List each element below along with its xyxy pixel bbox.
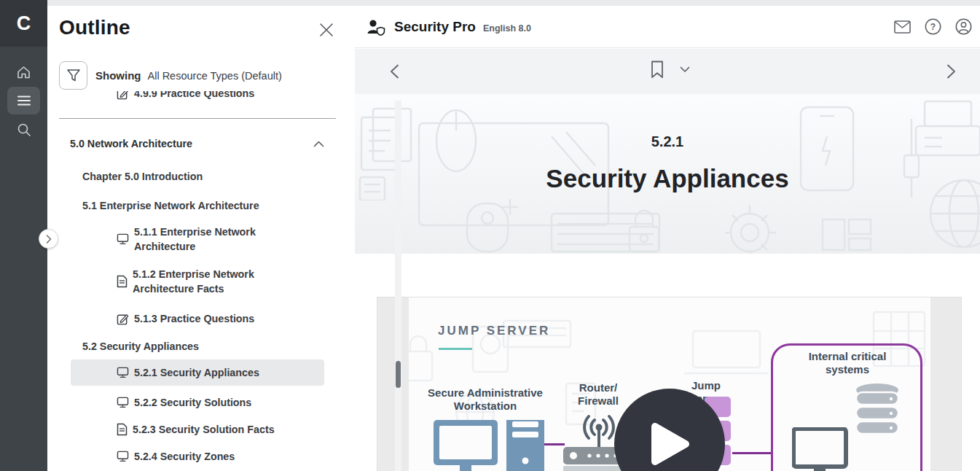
bookmark-controls: [651, 61, 690, 79]
outline-close-button[interactable]: [318, 22, 334, 38]
outline-item-label: 5.1.1 Enterprise Network Architecture: [134, 225, 293, 254]
connector-line: [732, 452, 771, 454]
search-icon: [17, 122, 31, 137]
course-header: Security Pro English 8.0 ?: [355, 6, 980, 48]
practice-questions-icon: [117, 313, 129, 325]
home-button[interactable]: [7, 58, 40, 86]
outline-divider: [59, 118, 336, 119]
outline-item-5-1-1[interactable]: 5.1.1 Enterprise Network Architecture: [71, 223, 324, 255]
search-button[interactable]: [7, 116, 40, 144]
video-lesson-icon: [117, 397, 129, 408]
outline-scrollbar-thumb[interactable]: [396, 361, 401, 388]
outline-item-clipped[interactable]: 4.9.9 Practice Questions: [71, 91, 346, 106]
home-icon: [16, 65, 31, 80]
menu-icon: [17, 96, 31, 106]
video-lesson-icon: [117, 451, 129, 462]
lesson-title: Security Appliances: [355, 164, 980, 193]
main-content: Security Pro English 8.0 ?: [355, 0, 980, 471]
outline-item-label: 4.9.9 Practice Questions: [134, 91, 254, 99]
video-lesson-icon: [117, 367, 129, 378]
chevron-right-icon: [946, 64, 956, 79]
next-lesson-button[interactable]: [946, 64, 956, 79]
outline-menu-button[interactable]: [7, 87, 40, 114]
ghost-lock-icon: [409, 332, 435, 386]
outline-subsection-label: 5.2 Security Appliances: [82, 340, 199, 352]
outline-item-label: 5.2.2 Security Solutions: [134, 395, 251, 410]
outline-item-5-2-3[interactable]: 5.2.3 Security Solution Facts: [71, 419, 324, 440]
mail-icon[interactable]: [894, 20, 911, 34]
outline-item-label: 5.2.1 Security Appliances: [134, 365, 259, 380]
account-icon[interactable]: [955, 18, 972, 35]
outline-section-5-0[interactable]: 5.0 Network Architecture: [70, 131, 324, 157]
outline-section-label: 5.0 Network Architecture: [70, 138, 192, 149]
chevron-right-icon: [46, 235, 52, 244]
filter-value: All Resource Types (Default): [148, 70, 282, 82]
diagram-heading: JUMP SERVER: [438, 324, 550, 338]
outline-item-5-2-2[interactable]: 5.2.2 Security Solutions: [71, 392, 324, 413]
internal-workstation-icon: [792, 427, 850, 471]
outline-item-label: 5.1.3 Practice Questions: [134, 311, 254, 326]
outline-subsection-5-1[interactable]: 5.1 Enterprise Network Architecture: [82, 195, 346, 216]
outline-subsection-5-2[interactable]: 5.2 Security Appliances: [82, 336, 346, 357]
outline-item-label: 5.2.4 Security Zones: [134, 449, 235, 464]
bookmark-icon[interactable]: [651, 61, 664, 79]
window-top-strip: [47, 0, 980, 6]
workstation-label: Secure Administrative Workstation: [420, 386, 551, 413]
chevron-left-icon: [390, 64, 399, 79]
internal-systems-label: Internal critical systems: [782, 350, 913, 376]
practice-questions-icon: [117, 91, 129, 100]
outline-subsection-label: 5.1 Enterprise Network Architecture: [82, 200, 259, 211]
video-player[interactable]: JUMP SERVER Secure Administrative Workst…: [377, 297, 962, 471]
outline-item-5-2-1[interactable]: 5.2.1 Security Appliances: [71, 359, 324, 386]
outline-item-chapter-intro[interactable]: Chapter 5.0 Introduction: [82, 166, 346, 187]
ghost-laptop-icon: [683, 330, 770, 376]
outline-item-5-1-2[interactable]: 5.1.2 Enterprise Network Architecture Fa…: [71, 265, 324, 297]
filter-label: Showing: [95, 69, 141, 82]
outline-item-label: Chapter 5.0 Introduction: [82, 171, 203, 182]
resource-filter-row: Showing All Resource Types (Default): [59, 61, 282, 90]
user-shield-icon: [366, 18, 386, 36]
brand-logo-letter: C: [17, 12, 31, 35]
ghost-squares-icon: [821, 218, 872, 252]
outline-item-5-2-4[interactable]: 5.2.4 Security Zones: [71, 445, 324, 467]
ghost-scroll-mouse-icon: [464, 201, 511, 254]
video-thumbnail[interactable]: JUMP SERVER Secure Administrative Workst…: [409, 297, 930, 471]
workstation-icon: [434, 420, 544, 471]
lesson-code: 5.2.1: [355, 133, 980, 150]
close-icon: [318, 22, 334, 38]
ghost-gear-icon: [715, 198, 785, 254]
header-actions: ?: [894, 18, 972, 35]
outline-item-label: 5.1.2 Enterprise Network Architecture Fa…: [133, 267, 291, 296]
database-icon: [855, 384, 900, 437]
course-brand: Security Pro English 8.0: [366, 18, 531, 36]
previous-lesson-button[interactable]: [390, 64, 399, 79]
outline-item-5-1-3[interactable]: 5.1.3 Practice Questions: [71, 308, 324, 330]
brand-logo[interactable]: C: [0, 0, 47, 47]
panel-expand-button[interactable]: [39, 229, 58, 249]
lesson-banner: 5.2.1 Security Appliances: [355, 94, 980, 254]
lesson-navbar: [355, 49, 980, 94]
outline-item-label: 5.2.3 Security Solution Facts: [133, 422, 275, 437]
product-edition: English 8.0: [483, 23, 531, 34]
ghost-lock-icon: [626, 208, 662, 253]
document-icon: [117, 275, 128, 288]
outline-title: Outline: [59, 16, 130, 39]
chevron-down-icon[interactable]: [680, 66, 690, 73]
product-name: Security Pro: [394, 19, 476, 35]
video-lesson-icon: [117, 233, 129, 245]
outline-tree: 4.9.9 Practice Questions 5.0 Network Arc…: [47, 91, 346, 471]
play-icon: [648, 421, 691, 467]
document-icon: [117, 423, 128, 436]
outline-panel: Outline Showing All Resource Types (Defa…: [47, 6, 355, 471]
outline-scrollbar[interactable]: [395, 101, 401, 471]
outline-header: Outline: [47, 6, 355, 52]
heading-accent-rule: [439, 348, 472, 350]
svg-text:?: ?: [930, 22, 936, 32]
app-window: C Outline: [0, 0, 980, 471]
filter-funnel-icon: [66, 69, 81, 82]
filter-button[interactable]: [59, 61, 87, 90]
router-firewall-label: Router/ Firewall: [558, 381, 638, 408]
help-icon[interactable]: ?: [925, 18, 941, 35]
chevron-up-icon[interactable]: [313, 141, 324, 147]
